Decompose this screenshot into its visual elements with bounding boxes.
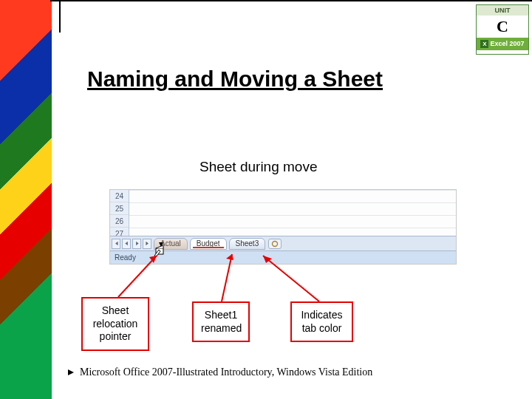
callout-text: Indicates tab color (301, 309, 342, 334)
callout-text: Sheet relocation pointer (93, 304, 138, 342)
callout-relocation-pointer: Sheet relocation pointer (81, 297, 149, 351)
svg-point-0 (273, 241, 278, 246)
svg-line-3 (118, 256, 157, 297)
unit-app-text: Excel 2007 (490, 40, 524, 47)
footer-text: Microsoft Office 2007-Illustrated Introd… (80, 366, 372, 378)
svg-line-7 (263, 256, 319, 301)
callout-tab-color: Indicates tab color (290, 301, 353, 342)
tab-nav-next-icon[interactable] (132, 239, 141, 249)
callout-text: Sheet1 renamed (201, 309, 242, 334)
unit-letter: C (477, 16, 528, 38)
callout-arrow (259, 251, 325, 304)
frame-edge-horizontal (50, 0, 532, 1)
frame-edge-vertical (50, 0, 61, 33)
sheet-tab-label: Budget (197, 239, 220, 248)
tab-nav-last-icon[interactable] (143, 239, 151, 249)
row-header: 26 (110, 215, 129, 228)
excel-icon: X (480, 40, 488, 48)
svg-marker-9 (68, 369, 74, 375)
sheet-tab-budget[interactable]: Budget (190, 238, 227, 250)
unit-badge: UNIT C XExcel 2007 (476, 4, 529, 55)
row-header: 25 (110, 202, 129, 215)
tab-nav-first-icon[interactable] (112, 239, 120, 249)
bullet-icon (66, 368, 75, 377)
callout-arrow (111, 251, 163, 303)
tab-nav-prev-icon[interactable] (122, 239, 131, 249)
page-subtitle: Sheet during move (200, 159, 318, 175)
sheet-tab-label: Sheet3 (236, 239, 259, 248)
footer: Microsoft Office 2007-Illustrated Introd… (66, 366, 372, 378)
cell-grid (129, 190, 456, 240)
callout-sheet-renamed: Sheet1 renamed (192, 301, 250, 342)
decorative-sidebar (0, 0, 52, 399)
svg-line-5 (222, 254, 232, 301)
page-title: Naming and Moving a Sheet (87, 66, 383, 92)
row-headers: 24 25 26 27 (110, 190, 129, 240)
sheet-tab-sheet3[interactable]: Sheet3 (229, 238, 266, 250)
unit-label: UNIT (477, 5, 528, 16)
row-header: 24 (110, 190, 129, 202)
unit-app: XExcel 2007 (477, 38, 528, 50)
new-sheet-button[interactable] (268, 239, 282, 249)
callout-arrow (217, 251, 247, 304)
